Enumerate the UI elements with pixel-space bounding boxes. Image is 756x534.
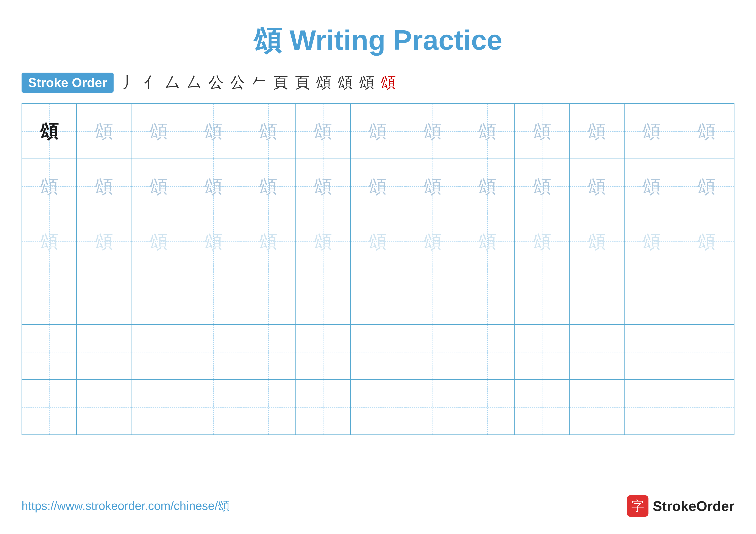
grid-cell-0-1[interactable]: 頌 bbox=[77, 104, 131, 159]
grid-cell-3-10[interactable] bbox=[570, 269, 624, 324]
grid-cell-2-11[interactable]: 頌 bbox=[625, 214, 679, 269]
grid-cell-3-2[interactable] bbox=[131, 269, 186, 324]
cell-char-0-11: 頌 bbox=[642, 122, 661, 140]
grid-cell-1-12[interactable]: 頌 bbox=[679, 159, 734, 214]
grid-cell-1-5[interactable]: 頌 bbox=[296, 159, 351, 214]
cell-char-2-9: 頌 bbox=[533, 232, 551, 251]
grid-cell-3-0[interactable] bbox=[22, 269, 77, 324]
grid-cell-5-6[interactable] bbox=[351, 380, 405, 435]
grid-cell-4-12[interactable] bbox=[679, 325, 734, 379]
stroke-order-badge: Stroke Order bbox=[21, 73, 114, 93]
cell-char-1-1: 頌 bbox=[95, 177, 113, 195]
grid-cell-5-1[interactable] bbox=[77, 380, 131, 435]
grid-cell-0-11[interactable]: 頌 bbox=[625, 104, 679, 159]
stroke-steps: 丿亻厶厶公公𠂉頁頁頌頌頌頌 bbox=[122, 72, 396, 93]
grid-cell-2-8[interactable]: 頌 bbox=[460, 214, 515, 269]
grid-cell-0-10[interactable]: 頌 bbox=[570, 104, 624, 159]
grid-cell-2-2[interactable]: 頌 bbox=[131, 214, 186, 269]
grid-cell-2-4[interactable]: 頌 bbox=[241, 214, 296, 269]
grid-cell-1-1[interactable]: 頌 bbox=[77, 159, 131, 214]
grid-cell-2-0[interactable]: 頌 bbox=[22, 214, 77, 269]
page-title: 頌 Writing Practice bbox=[21, 21, 735, 60]
grid-cell-3-12[interactable] bbox=[679, 269, 734, 324]
grid-cell-3-6[interactable] bbox=[351, 269, 405, 324]
grid-cell-5-11[interactable] bbox=[625, 380, 679, 435]
grid-cell-1-0[interactable]: 頌 bbox=[22, 159, 77, 214]
grid-cell-2-5[interactable]: 頌 bbox=[296, 214, 351, 269]
grid-cell-0-3[interactable]: 頌 bbox=[186, 104, 241, 159]
grid-cell-2-6[interactable]: 頌 bbox=[351, 214, 405, 269]
grid-cell-5-9[interactable] bbox=[515, 380, 570, 435]
grid-cell-0-2[interactable]: 頌 bbox=[131, 104, 186, 159]
grid-cell-0-12[interactable]: 頌 bbox=[679, 104, 734, 159]
grid-cell-4-2[interactable] bbox=[131, 325, 186, 379]
cell-char-2-4: 頌 bbox=[259, 232, 277, 251]
grid-cell-4-4[interactable] bbox=[241, 325, 296, 379]
grid-cell-2-3[interactable]: 頌 bbox=[186, 214, 241, 269]
cell-char-1-2: 頌 bbox=[149, 177, 168, 195]
stroke-step-4: 公 bbox=[208, 72, 224, 93]
grid-cell-3-5[interactable] bbox=[296, 269, 351, 324]
grid-cell-1-10[interactable]: 頌 bbox=[570, 159, 624, 214]
grid-cell-0-4[interactable]: 頌 bbox=[241, 104, 296, 159]
page: 頌 Writing Practice Stroke Order 丿亻厶厶公公𠂉頁… bbox=[0, 0, 756, 534]
grid-cell-4-10[interactable] bbox=[570, 325, 624, 379]
cell-char-2-8: 頌 bbox=[478, 232, 497, 251]
cell-char-2-5: 頌 bbox=[314, 232, 332, 251]
grid-cell-1-2[interactable]: 頌 bbox=[131, 159, 186, 214]
grid-cell-0-6[interactable]: 頌 bbox=[351, 104, 405, 159]
grid-cell-3-7[interactable] bbox=[405, 269, 460, 324]
grid-cell-2-12[interactable]: 頌 bbox=[679, 214, 734, 269]
cell-char-0-1: 頌 bbox=[95, 122, 113, 140]
grid-cell-0-0[interactable]: 頌 bbox=[22, 104, 77, 159]
footer-url[interactable]: https://www.strokeorder.com/chinese/頌 bbox=[21, 498, 230, 514]
grid-cell-2-9[interactable]: 頌 bbox=[515, 214, 570, 269]
grid-cell-0-8[interactable]: 頌 bbox=[460, 104, 515, 159]
grid-cell-5-5[interactable] bbox=[296, 380, 351, 435]
grid-cell-5-3[interactable] bbox=[186, 380, 241, 435]
grid-cell-4-3[interactable] bbox=[186, 325, 241, 379]
cell-char-0-0: 頌 bbox=[40, 122, 58, 140]
grid-row-3 bbox=[22, 269, 734, 324]
grid-cell-4-7[interactable] bbox=[405, 325, 460, 379]
grid-cell-3-4[interactable] bbox=[241, 269, 296, 324]
grid-cell-0-9[interactable]: 頌 bbox=[515, 104, 570, 159]
grid-cell-4-9[interactable] bbox=[515, 325, 570, 379]
grid-cell-4-11[interactable] bbox=[625, 325, 679, 379]
grid-cell-0-7[interactable]: 頌 bbox=[405, 104, 460, 159]
stroke-step-5: 公 bbox=[230, 72, 245, 93]
grid-cell-3-1[interactable] bbox=[77, 269, 131, 324]
grid-cell-3-8[interactable] bbox=[460, 269, 515, 324]
grid-cell-3-3[interactable] bbox=[186, 269, 241, 324]
grid-cell-5-8[interactable] bbox=[460, 380, 515, 435]
cell-char-0-2: 頌 bbox=[149, 122, 168, 140]
grid-cell-5-10[interactable] bbox=[570, 380, 624, 435]
grid-cell-0-5[interactable]: 頌 bbox=[296, 104, 351, 159]
grid-cell-5-7[interactable] bbox=[405, 380, 460, 435]
grid-cell-2-10[interactable]: 頌 bbox=[570, 214, 624, 269]
cell-char-0-8: 頌 bbox=[478, 122, 497, 140]
cell-char-1-10: 頌 bbox=[588, 177, 606, 195]
cell-char-2-6: 頌 bbox=[368, 232, 387, 251]
grid-cell-1-6[interactable]: 頌 bbox=[351, 159, 405, 214]
grid-cell-5-4[interactable] bbox=[241, 380, 296, 435]
grid-cell-3-9[interactable] bbox=[515, 269, 570, 324]
grid-cell-1-8[interactable]: 頌 bbox=[460, 159, 515, 214]
grid-cell-1-7[interactable]: 頌 bbox=[405, 159, 460, 214]
grid-cell-2-1[interactable]: 頌 bbox=[77, 214, 131, 269]
grid-cell-5-12[interactable] bbox=[679, 380, 734, 435]
stroke-order-row: Stroke Order 丿亻厶厶公公𠂉頁頁頌頌頌頌 bbox=[21, 72, 735, 93]
grid-cell-1-4[interactable]: 頌 bbox=[241, 159, 296, 214]
grid-cell-4-0[interactable] bbox=[22, 325, 77, 379]
grid-cell-1-11[interactable]: 頌 bbox=[625, 159, 679, 214]
grid-cell-5-2[interactable] bbox=[131, 380, 186, 435]
grid-cell-4-5[interactable] bbox=[296, 325, 351, 379]
grid-cell-1-3[interactable]: 頌 bbox=[186, 159, 241, 214]
grid-cell-4-1[interactable] bbox=[77, 325, 131, 379]
grid-cell-5-0[interactable] bbox=[22, 380, 77, 435]
grid-cell-1-9[interactable]: 頌 bbox=[515, 159, 570, 214]
grid-cell-4-8[interactable] bbox=[460, 325, 515, 379]
grid-cell-4-6[interactable] bbox=[351, 325, 405, 379]
grid-cell-2-7[interactable]: 頌 bbox=[405, 214, 460, 269]
grid-cell-3-11[interactable] bbox=[625, 269, 679, 324]
